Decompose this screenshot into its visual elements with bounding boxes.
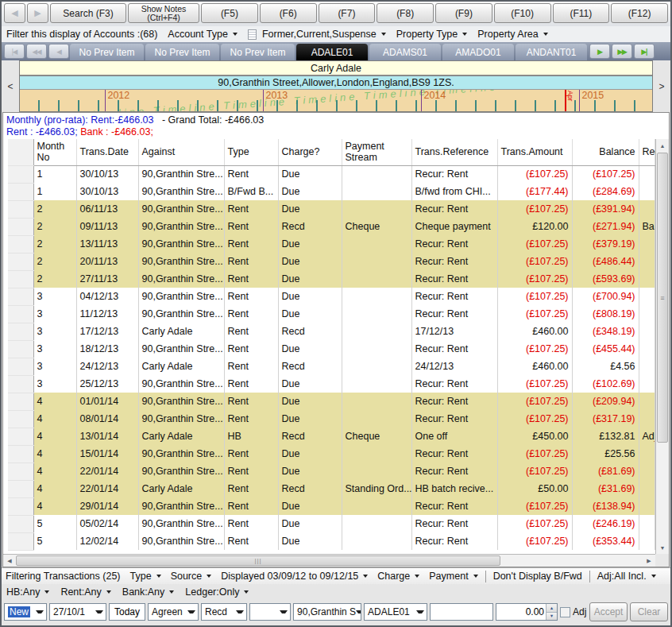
table-row[interactable]: 1 30/10/13 90,Granthin Stre... B/Fwd B..…	[8, 183, 655, 200]
scroll-right-button[interactable]: ▶	[643, 555, 655, 567]
table-row[interactable]: 3 25/12/13 90,Granthin Stre... Rent Due …	[8, 375, 655, 393]
cell-balance[interactable]: (£81.69)	[572, 463, 639, 480]
cell-charge[interactable]: Due	[278, 410, 342, 428]
cell-against[interactable]: 90,Granthin Stre...	[138, 375, 224, 393]
row-selector[interactable]	[8, 480, 33, 497]
table-row[interactable]: 2 13/11/13 90,Granthin Stre... Rent Due …	[8, 235, 655, 253]
cell-trans-reference[interactable]: Recur: Rent	[411, 445, 497, 463]
cell-type[interactable]: Rent	[224, 165, 278, 183]
row-selector[interactable]	[8, 305, 33, 323]
cell-balance[interactable]: (£700.94)	[572, 288, 639, 305]
type-filter-dropdown[interactable]: Type	[130, 571, 161, 582]
cell-type[interactable]: Rent	[224, 270, 278, 288]
cell-month-no[interactable]: 4	[33, 497, 76, 515]
date-combo[interactable]: 27/10/1	[49, 603, 106, 621]
cell-type[interactable]: Rent	[224, 358, 278, 375]
table-row[interactable]: 2 27/11/13 90,Granthin Stre... Rent Due …	[8, 270, 655, 288]
cell-trans-amount[interactable]: £450.00	[497, 428, 572, 445]
cell-trans-amount[interactable]: £120.00	[497, 218, 572, 235]
tab-account-adams01[interactable]: ADAMS01	[369, 44, 441, 60]
table-row[interactable]: 1 30/10/13 90,Granthin Stre... Rent Due …	[8, 165, 655, 183]
cell-payment-stream[interactable]	[342, 253, 411, 270]
cell-charge[interactable]: Recd	[278, 323, 342, 340]
table-row[interactable]: 3 17/12/13 Carly Adale Rent Recd 17/12/1…	[8, 323, 655, 340]
cell-trans-reference[interactable]: B/fwd from CHI...	[411, 183, 497, 200]
cell-trans-date[interactable]: 09/11/13	[76, 218, 138, 235]
row-selector[interactable]	[8, 340, 33, 358]
property-area-dropdown[interactable]: Property Area	[477, 29, 547, 40]
cell-balance[interactable]: (£379.19)	[572, 235, 639, 253]
cell-payment-stream[interactable]	[342, 532, 411, 550]
cell-charge[interactable]: Recd	[278, 428, 342, 445]
column-header-balance[interactable]: Balance	[572, 139, 639, 165]
f8-button[interactable]: (F8)	[377, 3, 434, 23]
cell-month-no[interactable]: 2	[33, 200, 76, 218]
cell-month-no[interactable]: 4	[33, 463, 76, 480]
cell-rec[interactable]	[639, 532, 655, 550]
cell-trans-date[interactable]: 18/12/13	[76, 340, 138, 358]
cell-charge[interactable]: Due	[278, 253, 342, 270]
cell-trans-amount[interactable]: (£107.25)	[497, 497, 572, 515]
f7-button[interactable]: (F7)	[319, 3, 376, 23]
row-selector[interactable]	[8, 235, 33, 253]
agreement-combo[interactable]: Agreen	[148, 603, 199, 621]
table-row[interactable]: 4 22/01/14 Carly Adale Rent Recd Standin…	[8, 480, 655, 497]
cell-balance[interactable]: (£209.94)	[572, 393, 639, 410]
cell-trans-amount[interactable]: (£107.25)	[497, 393, 572, 410]
cell-rec[interactable]	[639, 480, 655, 497]
cell-trans-reference[interactable]: Recur: Rent	[411, 165, 497, 183]
cell-type[interactable]: Rent	[224, 288, 278, 305]
column-header-month-no[interactable]: Month No	[33, 139, 76, 165]
cell-month-no[interactable]: 3	[33, 375, 76, 393]
cell-against[interactable]: 90,Granthin Stre...	[138, 340, 224, 358]
charge-filter-dropdown[interactable]: Charge	[377, 571, 419, 582]
cell-trans-reference[interactable]: Recur: Rent	[411, 235, 497, 253]
cell-charge[interactable]: Recd	[278, 218, 342, 235]
cell-trans-amount[interactable]: £460.00	[497, 323, 572, 340]
back-button[interactable]: ◀	[4, 3, 25, 23]
table-row[interactable]: 3 24/12/13 Carly Adale Rent Recd 24/12/1…	[8, 358, 655, 375]
cell-month-no[interactable]: 4	[33, 428, 76, 445]
row-selector[interactable]	[8, 183, 33, 200]
dont-display-bfwd-toggle[interactable]: Don't Display B/Fwd	[493, 571, 582, 582]
cell-type[interactable]: Rent	[224, 480, 278, 497]
cell-trans-amount[interactable]: (£107.25)	[497, 165, 572, 183]
spinner-up-icon[interactable]: ▲	[546, 604, 557, 612]
tab-account-andant01[interactable]: ANDANT01	[516, 44, 587, 60]
cell-balance[interactable]: £132.81	[572, 428, 639, 445]
cell-month-no[interactable]: 2	[33, 270, 76, 288]
cell-trans-date[interactable]: 20/11/13	[76, 253, 138, 270]
cell-payment-stream[interactable]	[342, 270, 411, 288]
timeline-scroll-left-button[interactable]: <	[2, 60, 19, 112]
cell-against[interactable]: Carly Adale	[138, 428, 224, 445]
scroll-up-button[interactable]: ▲	[656, 139, 669, 152]
cell-payment-stream[interactable]	[342, 445, 411, 463]
cell-against[interactable]: 90,Granthin Stre...	[138, 305, 224, 323]
cell-payment-stream[interactable]	[342, 497, 411, 515]
row-selector[interactable]	[8, 532, 33, 550]
cell-balance[interactable]: (£107.25)	[572, 165, 639, 183]
cell-trans-reference[interactable]: Recur: Rent	[411, 463, 497, 480]
cell-balance[interactable]: £4.56	[572, 358, 639, 375]
cell-trans-reference[interactable]: Cheque payment	[411, 218, 497, 235]
cell-rec[interactable]	[639, 340, 655, 358]
cell-type[interactable]: Rent	[224, 375, 278, 393]
cell-trans-amount[interactable]: (£107.25)	[497, 270, 572, 288]
tab-account-amado01[interactable]: AMADO01	[442, 44, 514, 60]
cell-payment-stream[interactable]	[342, 515, 411, 532]
cell-month-no[interactable]: 4	[33, 393, 76, 410]
row-selector[interactable]	[8, 428, 33, 445]
cell-payment-stream[interactable]: Cheque	[342, 218, 411, 235]
scroll-down-button[interactable]: ▼	[656, 541, 669, 554]
cell-charge[interactable]: Due	[278, 340, 342, 358]
cell-trans-date[interactable]: 29/01/14	[76, 497, 138, 515]
table-row[interactable]: 4 22/01/14 90,Granthin Stre... Rent Due …	[8, 463, 655, 480]
row-selector[interactable]	[8, 288, 33, 305]
adj-checkbox[interactable]	[560, 607, 570, 617]
cell-trans-date[interactable]: 11/12/13	[76, 305, 138, 323]
cell-balance[interactable]: (£808.19)	[572, 305, 639, 323]
cell-rec[interactable]	[639, 270, 655, 288]
cell-trans-amount[interactable]: (£107.25)	[497, 305, 572, 323]
cell-month-no[interactable]: 2	[33, 235, 76, 253]
cell-trans-amount[interactable]: £50.00	[497, 480, 572, 497]
